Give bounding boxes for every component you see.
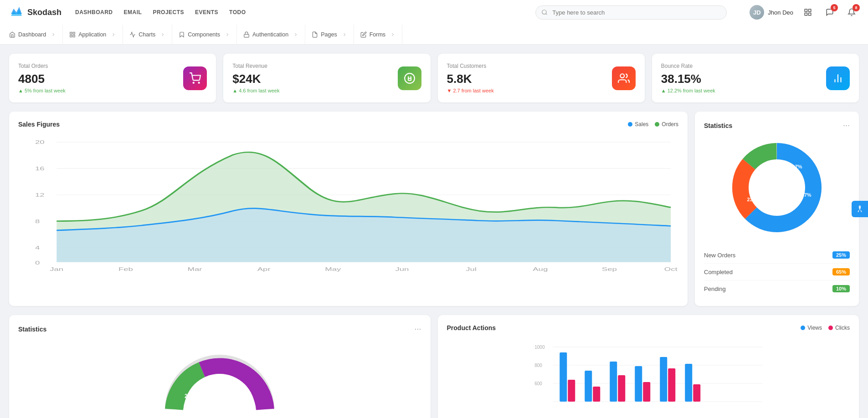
subnav-components[interactable]: Components <box>172 25 237 45</box>
subnav-charts[interactable]: Charts <box>123 25 172 45</box>
kpi-bounce-change-text: 12.2% from last week <box>668 88 715 93</box>
svg-rect-63 <box>660 357 667 402</box>
bottom-row: Statistics ··· 26.8% <box>9 315 859 418</box>
svg-text:0: 0 <box>35 260 40 265</box>
bottom-stats-more-btn[interactable]: ··· <box>414 324 421 334</box>
subnav-dashboard[interactable]: Dashboard <box>7 25 63 45</box>
legend-views-label: Views <box>807 325 822 331</box>
logo-icon <box>9 5 24 20</box>
kpi-card-revenue: Total Revenue $24K ▲ 4.6 from last week <box>223 54 430 102</box>
more-options-btn[interactable]: ··· <box>843 121 850 130</box>
svg-point-12 <box>620 74 624 78</box>
subnav-authentication[interactable]: Authentication <box>237 25 305 45</box>
chevron-right-icon3 <box>160 32 165 37</box>
statistics-card: Statistics ··· <box>695 112 859 306</box>
svg-text:Mar: Mar <box>188 266 202 272</box>
avatar: JD <box>750 5 764 20</box>
chart-icon <box>129 31 136 38</box>
svg-rect-55 <box>560 352 567 402</box>
bottom-statistics-card: Statistics ··· 26.8% <box>9 315 431 418</box>
nav-email[interactable]: EMAIL <box>124 9 142 15</box>
user-info[interactable]: JD Jhon Deo <box>750 5 793 20</box>
accessibility-button[interactable] <box>852 201 868 217</box>
subnav-pages[interactable]: Pages <box>305 25 354 45</box>
svg-rect-62 <box>643 382 650 402</box>
logo[interactable]: Skodash <box>9 5 62 20</box>
sales-chart-title: Sales Figures <box>18 121 60 128</box>
kpi-revenue-change: ▲ 4.6 from last week <box>232 88 279 93</box>
svg-point-9 <box>193 82 194 83</box>
search-input[interactable] <box>535 5 727 20</box>
kpi-orders-left: Total Orders 4805 ▲ 5% from last week <box>18 63 66 93</box>
svg-text:Apr: Apr <box>257 266 271 272</box>
stat-completed-badge: 65% <box>832 268 850 275</box>
bell-badge: 8 <box>853 4 860 11</box>
svg-rect-8 <box>244 34 249 37</box>
kpi-revenue-change-text: 4.6 from last week <box>239 88 279 93</box>
kpi-customers-change-text: 2.7 from last week <box>453 88 493 93</box>
subnav-forms-label: Forms <box>370 31 385 38</box>
svg-rect-64 <box>668 368 675 402</box>
svg-rect-2 <box>805 13 807 15</box>
grid2-icon <box>69 31 76 38</box>
nav-links: DASHBOARD EMAIL PROJECTS EVENTS TODO <box>75 9 246 15</box>
chevron-right-icon4 <box>225 32 230 37</box>
subnav-forms[interactable]: Forms <box>354 25 402 45</box>
legend-views-dot <box>801 326 805 330</box>
kpi-revenue-left: Total Revenue $24K ▲ 4.6 from last week <box>232 63 279 93</box>
kpi-orders-label: Total Orders <box>18 63 66 69</box>
nav-events[interactable]: EVENTS <box>195 9 218 15</box>
svg-rect-56 <box>568 380 575 402</box>
subnav-charts-label: Charts <box>139 31 155 38</box>
nav-projects[interactable]: PROJECTS <box>153 9 184 15</box>
bell-icon-btn[interactable]: 8 <box>844 5 859 20</box>
nav-todo[interactable]: TODO <box>229 9 246 15</box>
product-actions-header: Product Actions Views Clicks <box>447 324 850 331</box>
kpi-revenue-icon <box>398 66 421 90</box>
partial-donut-svg: 26.8% <box>156 346 283 418</box>
svg-text:Jan: Jan <box>50 266 63 272</box>
legend-orders-label: Orders <box>662 121 678 127</box>
donut-chart: 13.7% 23.5% 62.7% <box>727 138 827 238</box>
content-row: Sales Figures Sales Orders 20 16 <box>9 112 859 306</box>
svg-text:Sep: Sep <box>602 266 617 272</box>
product-actions-legend: Views Clicks <box>801 325 850 331</box>
svg-rect-4 <box>70 32 72 34</box>
kpi-card-customers: Total Customers 5.8K ▼ 2.7 from last wee… <box>438 54 645 102</box>
legend-sales-label: Sales <box>635 121 648 127</box>
svg-text:8: 8 <box>35 218 40 224</box>
chat-icon-btn[interactable]: 5 <box>822 5 837 20</box>
chart-legend: Sales Orders <box>628 121 678 127</box>
legend-views: Views <box>801 325 822 331</box>
kpi-card-bounce: Bounce Rate 38.15% ▲ 12.2% from last wee… <box>652 54 859 102</box>
accessibility-icon <box>856 205 864 213</box>
kpi-bounce-value: 38.15% <box>661 72 715 86</box>
kpi-orders-icon <box>183 66 207 90</box>
kpi-customers-icon <box>612 66 636 90</box>
kpi-revenue-label: Total Revenue <box>232 63 279 69</box>
svg-point-67 <box>859 206 861 207</box>
subnav-application-label: Application <box>78 31 106 38</box>
legend-clicks: Clicks <box>828 325 850 331</box>
stat-new-orders-label: New Orders <box>704 252 735 259</box>
stat-row-pending: Pending 10% <box>704 280 850 297</box>
line-chart-wrap: 20 16 12 8 4 0 <box>18 135 678 273</box>
grid-icon-btn[interactable] <box>801 5 815 20</box>
svg-rect-6 <box>70 35 72 37</box>
file-icon <box>312 31 318 38</box>
search-bar <box>535 5 727 20</box>
kpi-orders-change: ▲ 5% from last week <box>18 88 66 93</box>
svg-point-10 <box>199 82 200 83</box>
svg-text:62.7%: 62.7% <box>797 192 811 198</box>
up-arrow3: ▲ <box>661 88 666 93</box>
svg-text:May: May <box>325 266 341 272</box>
sales-chart-header: Sales Figures Sales Orders <box>18 121 678 128</box>
svg-rect-65 <box>685 364 692 402</box>
nav-dashboard[interactable]: DASHBOARD <box>75 9 113 15</box>
subnav-application[interactable]: Application <box>63 25 123 45</box>
kpi-row: Total Orders 4805 ▲ 5% from last week To… <box>9 54 859 102</box>
subnav-dashboard-label: Dashboard <box>18 31 46 38</box>
stat-new-orders-badge: 25% <box>832 251 850 259</box>
svg-text:26.8%: 26.8% <box>185 393 200 399</box>
home-icon <box>9 31 15 38</box>
